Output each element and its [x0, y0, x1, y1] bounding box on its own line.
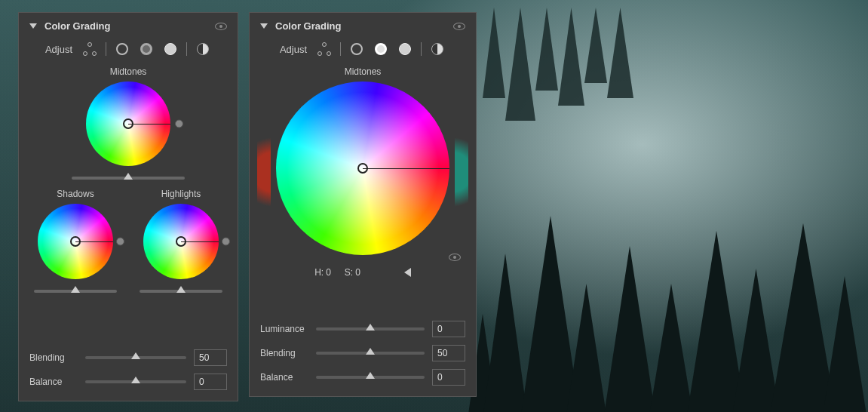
separator	[186, 42, 187, 56]
hue-sat-readout: H:0 S:0	[260, 267, 465, 278]
shadows-color-wheel[interactable]	[38, 204, 113, 279]
panel-title: Color Grading	[44, 20, 207, 32]
shadows-luminance-slider[interactable]	[34, 290, 117, 293]
balance-label: Balance	[260, 372, 308, 383]
slider-thumb[interactable]	[124, 173, 133, 180]
blending-value-input[interactable]	[432, 345, 465, 361]
shadows-hue-knob[interactable]	[116, 238, 124, 246]
adjust-mode-row: Adjust	[29, 41, 227, 57]
midtones-wheel-label: Midtones	[260, 66, 465, 77]
highlights-color-wheel[interactable]	[143, 204, 219, 279]
blending-label: Blending	[260, 348, 308, 358]
slider-thumb[interactable]	[366, 372, 375, 379]
blending-label: Blending	[29, 352, 78, 363]
balance-slider[interactable]	[85, 380, 186, 383]
adjust-label: Adjust	[280, 44, 307, 55]
slider-thumb[interactable]	[366, 348, 375, 355]
three-way-view-button[interactable]	[316, 41, 333, 57]
shadows-mode-button[interactable]	[348, 41, 365, 57]
luminance-value-input[interactable]	[432, 321, 465, 337]
highlights-wheel-label: Highlights	[161, 189, 201, 199]
highlights-hue-knob[interactable]	[222, 238, 230, 246]
global-mode-button[interactable]	[429, 41, 446, 57]
collapse-icon[interactable]	[29, 23, 37, 29]
adjust-mode-row: Adjust	[260, 41, 465, 57]
global-mode-button[interactable]	[195, 41, 211, 57]
collapse-readout-icon[interactable]	[404, 268, 411, 277]
luminance-slider[interactable]	[316, 327, 425, 331]
balance-label: Balance	[29, 377, 78, 387]
panel-title: Color Grading	[275, 20, 446, 32]
slider-thumb[interactable]	[71, 286, 80, 293]
sat-value[interactable]: 0	[355, 267, 360, 278]
balance-slider[interactable]	[316, 376, 425, 379]
sat-label: S:	[345, 267, 353, 278]
midtones-wheel-label: Midtones	[29, 66, 227, 77]
slider-thumb[interactable]	[176, 286, 186, 293]
color-grading-panel-threeup: Color Grading Adjust Midtones Shadows Hi…	[18, 12, 238, 401]
prev-wheel-peek[interactable]	[257, 125, 271, 219]
slider-thumb[interactable]	[366, 324, 375, 331]
hue-label: H:	[314, 267, 324, 278]
separator	[106, 42, 106, 56]
separator	[340, 42, 341, 56]
midtones-color-wheel[interactable]	[276, 81, 449, 255]
color-grading-panel-single: Color Grading Adjust Midtones H:0 S:0 Lu…	[249, 12, 477, 397]
midtones-mode-button[interactable]	[138, 41, 155, 57]
midtones-color-wheel[interactable]	[86, 81, 170, 166]
blending-value-input[interactable]	[194, 349, 227, 366]
shadows-wheel-label: Shadows	[57, 189, 94, 199]
midtones-hue-knob[interactable]	[175, 120, 183, 128]
collapse-icon[interactable]	[260, 23, 268, 29]
slider-thumb[interactable]	[131, 352, 140, 359]
midtones-mode-button[interactable]	[373, 41, 389, 57]
balance-value-input[interactable]	[194, 374, 227, 390]
separator	[421, 42, 422, 56]
hue-value[interactable]: 0	[326, 267, 331, 278]
midtones-luminance-slider[interactable]	[72, 177, 185, 180]
highlights-mode-button[interactable]	[162, 41, 179, 57]
blending-slider[interactable]	[316, 352, 425, 355]
visibility-toggle-icon[interactable]	[215, 23, 227, 30]
next-wheel-peek[interactable]	[455, 125, 468, 219]
blending-slider[interactable]	[85, 356, 186, 359]
three-way-view-button[interactable]	[81, 41, 98, 57]
wheel-visibility-icon[interactable]	[449, 254, 461, 261]
slider-thumb[interactable]	[131, 377, 140, 383]
shadows-mode-button[interactable]	[114, 41, 130, 57]
luminance-label: Luminance	[260, 324, 308, 334]
adjust-label: Adjust	[45, 44, 72, 55]
visibility-toggle-icon[interactable]	[453, 23, 465, 30]
highlights-mode-button[interactable]	[397, 41, 413, 57]
balance-value-input[interactable]	[432, 369, 465, 386]
highlights-luminance-slider[interactable]	[140, 290, 222, 293]
